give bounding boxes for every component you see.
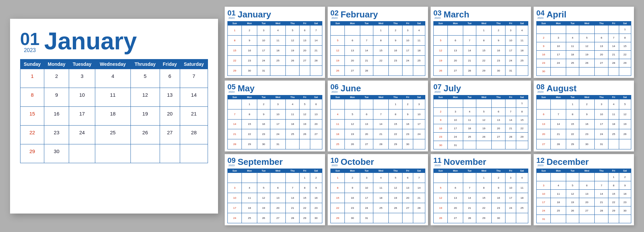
- main-calendar-day: [160, 144, 180, 163]
- small-calendar-day: 22: [476, 55, 491, 65]
- small-calendar-day: 1: [242, 99, 257, 109]
- small-calendar-day: 8: [389, 109, 402, 119]
- small-calendar-day: 12: [300, 109, 310, 119]
- small-day-header-mon-7: Mon: [551, 95, 566, 99]
- small-day-header-thu-3: Thu: [595, 21, 608, 26]
- main-calendar-day: [180, 144, 208, 163]
- small-year-text-10: 2023: [434, 164, 440, 167]
- small-calendar-day: 21: [360, 55, 373, 65]
- small-year-text-1: 2023: [331, 17, 337, 19]
- small-calendar-day: 16: [345, 193, 360, 203]
- main-calendar-day: 20: [160, 106, 180, 125]
- small-calendar-day: 17: [505, 193, 516, 203]
- small-calendar-day: 10: [505, 183, 516, 193]
- small-calendar-day: 29: [242, 139, 257, 149]
- small-calendar-june: 062023JuneSunMonTueWedThuFriSat123456789…: [328, 81, 428, 152]
- small-calendar-day: 21: [286, 203, 300, 213]
- small-calendar-day: 22: [242, 129, 257, 139]
- small-calendar-day: 18: [373, 193, 388, 203]
- small-calendar-day: 28: [595, 206, 608, 215]
- small-calendar-day: 25: [463, 133, 476, 141]
- small-calendar-day: [566, 173, 579, 181]
- small-calendar-day: [331, 26, 345, 36]
- small-calendar-day: 21: [595, 198, 608, 206]
- small-day-header-fri-4: Fri: [300, 95, 310, 99]
- main-calendar-day: 7: [180, 69, 208, 88]
- small-num-text-4: 05: [227, 83, 235, 91]
- small-calendar-day: 28: [228, 139, 242, 149]
- small-month-num-3: 042023: [536, 9, 544, 19]
- small-calendar-day: [389, 213, 402, 223]
- small-calendar-day: [286, 173, 300, 183]
- small-calendar-day: 11: [516, 183, 528, 193]
- small-day-header-wed-6: Wed: [476, 95, 491, 99]
- small-num-text-0: 01: [227, 9, 235, 17]
- small-calendar-day: 24: [595, 129, 608, 139]
- small-day-header-wed-11: Wed: [579, 169, 594, 173]
- main-calendar-day: 3: [69, 69, 95, 88]
- small-calendar-day: [360, 26, 373, 36]
- small-calendar-day: 26: [434, 213, 448, 223]
- small-calendar-day: [619, 215, 631, 223]
- small-calendar-day: 6: [345, 35, 360, 45]
- small-calendar-day: 21: [310, 45, 322, 55]
- main-day-header-tue: Tuesday: [69, 59, 95, 69]
- small-calendar-day: 31: [270, 139, 285, 149]
- small-cal-header-september: 092023September: [227, 157, 322, 167]
- small-month-num-10: 112023: [433, 157, 441, 167]
- small-calendar-day: [619, 139, 631, 149]
- small-calendar-day: 18: [270, 45, 285, 55]
- small-calendar-day: [516, 65, 528, 76]
- small-calendar-day: 28: [463, 213, 476, 223]
- small-calendar-day: [402, 65, 413, 76]
- small-calendar-day: [448, 173, 463, 183]
- small-calendar-day: 13: [579, 190, 594, 198]
- small-calendar-day: [286, 139, 300, 149]
- small-calendar-day: 12: [476, 116, 491, 124]
- small-calendar-day: 16: [434, 124, 448, 133]
- small-day-header-mon-3: Mon: [551, 21, 566, 26]
- small-grid-2: SunMonTueWedThuFriSat1234567891011121314…: [433, 21, 528, 76]
- small-day-header-thu-5: Thu: [389, 95, 402, 99]
- small-calendar-day: 12: [286, 35, 300, 45]
- small-grid-3: SunMonTueWedThuFriSat1234567891011121314…: [536, 21, 631, 76]
- small-calendar-day: 20: [448, 55, 463, 65]
- small-calendar-day: 30: [345, 213, 360, 223]
- small-calendar-day: 15: [516, 116, 528, 124]
- small-calendar-day: 22: [389, 129, 402, 139]
- small-calendar-day: 3: [595, 99, 608, 109]
- small-day-header-fri-10: Fri: [505, 169, 516, 173]
- small-calendar-day: 20: [360, 129, 373, 139]
- small-day-header-sat-1: Sat: [413, 21, 425, 26]
- small-calendar-day: 8: [373, 35, 388, 45]
- small-calendar-day: 20: [579, 198, 594, 206]
- small-calendar-day: 25: [270, 55, 285, 65]
- small-calendar-day: [242, 173, 257, 183]
- small-calendar-day: [270, 65, 285, 76]
- small-calendar-day: 9: [492, 183, 505, 193]
- small-calendar-day: 5: [286, 26, 300, 36]
- small-num-text-10: 11: [433, 157, 441, 164]
- small-calendar-day: [463, 26, 476, 36]
- small-month-name-text-9: October: [340, 157, 374, 166]
- small-calendar-day: 13: [300, 35, 310, 45]
- small-calendar-day: 31: [595, 139, 608, 149]
- main-calendar-day: 9: [44, 88, 69, 106]
- small-calendar-day: 7: [413, 173, 425, 183]
- small-calendar-day: 29: [476, 65, 491, 76]
- small-calendar-november: 112023NovemberSunMonTueWedThuFriSat12345…: [431, 154, 531, 225]
- main-month-num-text: 01: [20, 30, 40, 48]
- small-day-header-thu-1: Thu: [389, 21, 402, 26]
- small-calendar-day: 29: [608, 206, 619, 215]
- main-calendar-day: 25: [95, 125, 130, 144]
- small-calendar-day: 1: [476, 26, 491, 36]
- small-month-num-1: 022023: [330, 9, 338, 19]
- main-calendar-header: 01 2023 January: [20, 29, 208, 53]
- small-calendar-day: 10: [537, 190, 551, 198]
- small-day-header-sun-0: Sun: [228, 21, 242, 26]
- small-calendar-day: 12: [566, 190, 579, 198]
- small-calendar-day: 10: [257, 35, 270, 45]
- small-calendar-day: 29: [389, 139, 402, 149]
- small-calendar-day: 15: [331, 193, 345, 203]
- small-calendar-day: 31: [257, 65, 270, 76]
